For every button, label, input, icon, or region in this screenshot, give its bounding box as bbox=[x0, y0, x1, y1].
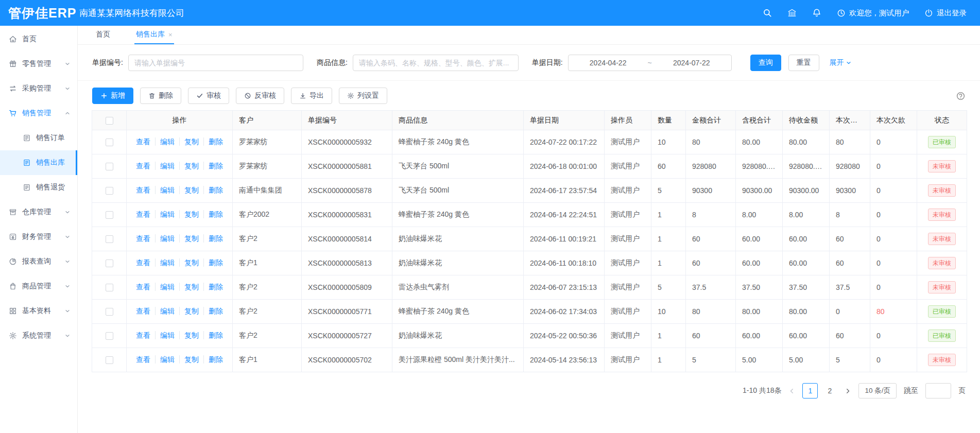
row-action-copy[interactable]: 复制 bbox=[179, 307, 199, 315]
sidebar-item-12[interactable]: 系统管理 bbox=[0, 323, 77, 348]
row-action-copy[interactable]: 复制 bbox=[179, 258, 199, 267]
row-action-delete[interactable]: 删除 bbox=[203, 162, 223, 170]
sidebar-item-2[interactable]: 采购管理 bbox=[0, 76, 77, 101]
row-action-edit[interactable]: 编辑 bbox=[155, 307, 175, 315]
row-action-edit[interactable]: 编辑 bbox=[155, 355, 175, 363]
page-number-2[interactable]: 2 bbox=[822, 383, 837, 399]
row-action-edit[interactable]: 编辑 bbox=[155, 258, 175, 267]
reset-button[interactable]: 重置 bbox=[788, 55, 819, 71]
row-action-delete[interactable]: 删除 bbox=[203, 234, 223, 243]
row-action-edit[interactable]: 编辑 bbox=[155, 234, 175, 243]
page-size-select[interactable]: 10 条/页 bbox=[858, 383, 897, 399]
row-action-delete[interactable]: 删除 bbox=[203, 210, 223, 218]
expand-toggle[interactable]: 展开 bbox=[830, 58, 852, 67]
row-action-copy[interactable]: 复制 bbox=[179, 355, 199, 363]
row-action-delete[interactable]: 删除 bbox=[203, 258, 223, 267]
cell-owed: 80 bbox=[870, 300, 917, 324]
row-action-copy[interactable]: 复制 bbox=[179, 210, 199, 218]
row-action-edit[interactable]: 编辑 bbox=[155, 186, 175, 194]
sidebar-item-4[interactable]: 销售订单 bbox=[0, 126, 77, 150]
cell-bill_no: XSCK00000005813 bbox=[302, 251, 392, 275]
row-action-delete[interactable]: 删除 bbox=[203, 355, 223, 363]
row-action-edit[interactable]: 编辑 bbox=[155, 137, 175, 146]
row-checkbox[interactable] bbox=[106, 308, 113, 316]
row-checkbox[interactable] bbox=[106, 187, 113, 195]
row-action-edit[interactable]: 编辑 bbox=[155, 210, 175, 218]
bill-no-input[interactable] bbox=[128, 55, 303, 71]
row-checkbox[interactable] bbox=[106, 356, 113, 364]
row-action-edit[interactable]: 编辑 bbox=[155, 331, 175, 339]
toolbar-button-5[interactable]: 列设置 bbox=[339, 88, 387, 104]
toolbar-button-1[interactable]: 删除 bbox=[140, 88, 181, 104]
header-actions: 欢迎您，测试用户 退出登录 bbox=[763, 8, 980, 18]
row-checkbox[interactable] bbox=[106, 332, 113, 340]
date-range-picker[interactable]: 2024-04-22 ~ 2024-07-22 bbox=[568, 55, 732, 71]
cell-owed: 0 bbox=[870, 324, 917, 348]
sidebar-item-5[interactable]: 销售出库 bbox=[0, 150, 77, 175]
row-action-view[interactable]: 查看 bbox=[136, 234, 150, 243]
logout-button[interactable]: 退出登录 bbox=[924, 8, 967, 18]
cell-tax_total: 928080.00 bbox=[736, 154, 783, 179]
row-action-edit[interactable]: 编辑 bbox=[155, 283, 175, 291]
row-action-copy[interactable]: 复制 bbox=[179, 186, 199, 194]
select-all-checkbox[interactable] bbox=[106, 117, 113, 125]
tab-0[interactable]: 首页 bbox=[94, 26, 112, 44]
row-action-view[interactable]: 查看 bbox=[136, 355, 150, 363]
row-action-view[interactable]: 查看 bbox=[136, 186, 150, 194]
toolbar-button-4[interactable]: 导出 bbox=[291, 88, 332, 104]
row-action-edit[interactable]: 编辑 bbox=[155, 162, 175, 170]
row-checkbox[interactable] bbox=[106, 138, 113, 146]
sidebar-item-3[interactable]: 销售管理 bbox=[0, 101, 77, 126]
row-checkbox[interactable] bbox=[106, 284, 113, 291]
row-action-delete[interactable]: 删除 bbox=[203, 331, 223, 339]
sidebar-item-label: 报表查询 bbox=[22, 257, 51, 266]
row-action-copy[interactable]: 复制 bbox=[179, 162, 199, 170]
jump-page-input[interactable] bbox=[925, 383, 951, 399]
sidebar-item-9[interactable]: 报表查询 bbox=[0, 249, 77, 274]
prev-page-icon[interactable] bbox=[788, 388, 795, 394]
row-checkbox[interactable] bbox=[106, 163, 113, 170]
next-page-icon[interactable] bbox=[845, 388, 851, 394]
row-action-view[interactable]: 查看 bbox=[136, 162, 150, 170]
sidebar-item-7[interactable]: 仓库管理 bbox=[0, 200, 77, 224]
toolbar-button-3[interactable]: 反审核 bbox=[236, 88, 284, 104]
sidebar-item-11[interactable]: 基本资料 bbox=[0, 299, 77, 323]
search-icon[interactable] bbox=[763, 8, 772, 18]
row-checkbox[interactable] bbox=[106, 259, 113, 267]
sidebar-item-1[interactable]: 零售管理 bbox=[0, 51, 77, 76]
row-action-copy[interactable]: 复制 bbox=[179, 283, 199, 291]
sidebar-item-10[interactable]: 商品管理 bbox=[0, 274, 77, 299]
sidebar-item-6[interactable]: 销售退货 bbox=[0, 175, 77, 200]
sidebar-item-label: 销售退货 bbox=[36, 183, 65, 192]
product-info-input[interactable] bbox=[353, 55, 519, 71]
toolbar-button-2[interactable]: 审核 bbox=[188, 88, 229, 104]
search-button[interactable]: 查询 bbox=[750, 55, 781, 71]
row-action-copy[interactable]: 复制 bbox=[179, 331, 199, 339]
sidebar-item-8[interactable]: 财务管理 bbox=[0, 224, 77, 249]
row-action-view[interactable]: 查看 bbox=[136, 283, 150, 291]
row-action-copy[interactable]: 复制 bbox=[179, 137, 199, 146]
close-icon[interactable]: × bbox=[168, 31, 173, 39]
row-action-view[interactable]: 查看 bbox=[136, 258, 150, 267]
cell-received: 80 bbox=[830, 130, 870, 154]
row-action-view[interactable]: 查看 bbox=[136, 137, 150, 146]
row-action-delete[interactable]: 删除 bbox=[203, 186, 223, 194]
tab-1[interactable]: 销售出库× bbox=[134, 26, 174, 44]
sidebar-item-0[interactable]: 首页 bbox=[0, 27, 77, 51]
help-icon[interactable] bbox=[956, 91, 966, 101]
page-number-1[interactable]: 1 bbox=[802, 383, 818, 399]
row-action-view[interactable]: 查看 bbox=[136, 210, 150, 218]
row-action-view[interactable]: 查看 bbox=[136, 331, 150, 339]
row-action-delete[interactable]: 删除 bbox=[203, 283, 223, 291]
row-action-delete[interactable]: 删除 bbox=[203, 307, 223, 315]
row-checkbox[interactable] bbox=[106, 211, 113, 219]
welcome-user[interactable]: 欢迎您，测试用户 bbox=[837, 8, 909, 18]
row-actions-cell: 查看编辑复制删除 bbox=[127, 251, 233, 275]
toolbar-button-0[interactable]: 新增 bbox=[92, 88, 133, 104]
bank-icon[interactable] bbox=[787, 8, 797, 18]
row-action-view[interactable]: 查看 bbox=[136, 307, 150, 315]
row-checkbox[interactable] bbox=[106, 235, 113, 243]
row-action-delete[interactable]: 删除 bbox=[203, 137, 223, 146]
row-action-copy[interactable]: 复制 bbox=[179, 234, 199, 243]
bell-icon[interactable] bbox=[812, 8, 821, 18]
